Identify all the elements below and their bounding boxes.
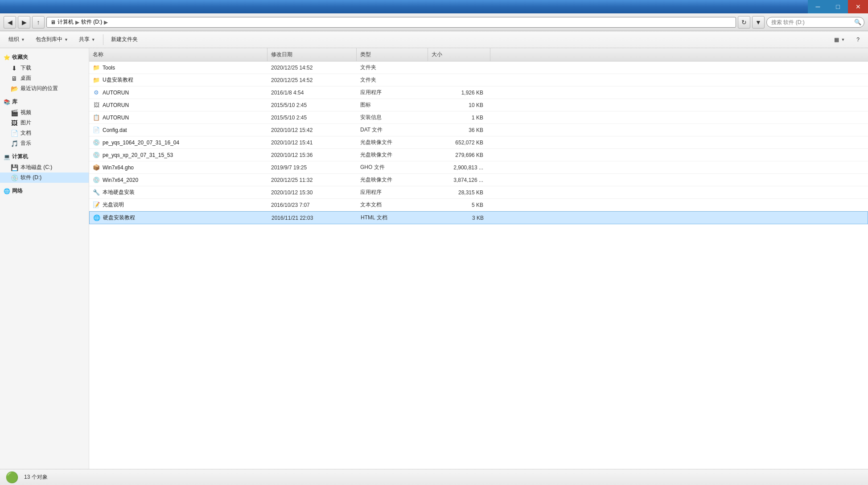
sidebar-item-recent[interactable]: 📂 最近访问的位置: [0, 83, 89, 94]
file-date: 2020/12/25 14:52: [267, 62, 357, 73]
search-wrapper: 🔍: [766, 17, 864, 28]
file-date: 2020/10/12 15:41: [267, 137, 357, 148]
table-row[interactable]: 📁 Tools 2020/12/25 14:52 文件夹: [89, 62, 868, 74]
file-name: 🔧 本地硬盘安装: [89, 186, 267, 198]
up-button[interactable]: ↑: [32, 16, 45, 29]
help-button[interactable]: ?: [852, 33, 864, 46]
sidebar-item-documents[interactable]: 📄 文档: [0, 128, 89, 138]
sidebar-favorites-header[interactable]: ⭐ 收藏夹: [0, 52, 89, 63]
file-type: HTML 文档: [357, 212, 428, 224]
col-header-type[interactable]: 类型: [357, 48, 428, 61]
computer-icon: 💻: [4, 154, 10, 160]
file-list-container: 名称 修改日期 类型 大小 📁 Tools 2020/12/25 14:52 文…: [89, 48, 868, 469]
file-type: 图标: [357, 99, 428, 111]
sidebar-item-video[interactable]: 🎬 视频: [0, 107, 89, 118]
share-arrow: ▼: [91, 37, 95, 42]
maximize-button[interactable]: □: [828, 0, 848, 13]
file-type: 文件夹: [357, 74, 428, 86]
file-type: 光盘映像文件: [357, 174, 428, 186]
breadcrumb-bar[interactable]: 🖥 计算机 ▶ 软件 (D:) ▶: [46, 17, 736, 28]
file-name: 💿 pe_yqs_1064_20_07_31_16_04: [89, 137, 267, 148]
file-date: 2020/10/12 15:30: [267, 187, 357, 198]
refresh-button[interactable]: ↻: [738, 16, 750, 29]
file-size: 28,315 KB: [428, 187, 490, 198]
table-row[interactable]: 📝 光盘说明 2016/10/23 7:07 文本文档 5 KB: [89, 199, 868, 211]
file-icon: 📁: [93, 77, 100, 84]
title-bar: ─ □ ✕: [0, 0, 868, 13]
search-input[interactable]: [766, 17, 864, 28]
file-date: 2015/5/10 2:45: [267, 112, 357, 123]
back-button[interactable]: ◀: [4, 16, 16, 29]
view-icon: ▦: [834, 37, 839, 43]
sidebar-item-pictures[interactable]: 🖼 图片: [0, 118, 89, 128]
file-name: 📦 Win7x64.gho: [89, 162, 267, 173]
breadcrumb-computer[interactable]: 计算机: [58, 18, 74, 26]
pictures-label: 图片: [21, 119, 31, 127]
sidebar-item-music[interactable]: 🎵 音乐: [0, 138, 89, 148]
col-header-size[interactable]: 大小: [428, 48, 490, 61]
col-header-name[interactable]: 名称: [89, 48, 267, 61]
file-list-header: 名称 修改日期 类型 大小: [89, 48, 868, 62]
include-button[interactable]: 包含到库中 ▼: [31, 33, 73, 46]
new-folder-button[interactable]: 新建文件夹: [106, 33, 143, 46]
view-button[interactable]: ▦ ▼: [829, 33, 850, 46]
pictures-icon: 🖼: [11, 119, 18, 127]
table-row[interactable]: 📦 Win7x64.gho 2019/9/7 19:25 GHO 文件 2,90…: [89, 161, 868, 174]
table-row[interactable]: 🌐 硬盘安装教程 2016/11/21 22:03 HTML 文档 3 KB: [89, 211, 868, 224]
drive-d-label: 软件 (D:): [21, 174, 41, 181]
sidebar-network-section: 🌐 网络: [0, 185, 89, 197]
table-row[interactable]: 💿 pe_yqs_1064_20_07_31_16_04 2020/10/12 …: [89, 136, 868, 149]
minimize-button[interactable]: ─: [808, 0, 828, 13]
close-button[interactable]: ✕: [848, 0, 868, 13]
toolbar-divider: [103, 34, 103, 45]
file-date: 2020/10/12 15:42: [267, 125, 357, 136]
music-icon: 🎵: [11, 140, 18, 147]
sidebar-item-desktop[interactable]: 🖥 桌面: [0, 73, 89, 83]
breadcrumb-drive[interactable]: 软件 (D:): [81, 18, 102, 26]
file-type: DAT 文件: [357, 124, 428, 136]
table-row[interactable]: ⚙ AUTORUN 2016/1/8 4:54 应用程序 1,926 KB: [89, 86, 868, 99]
desktop-label: 桌面: [21, 74, 31, 82]
dropdown-button[interactable]: ▼: [752, 16, 765, 29]
organize-button[interactable]: 组织 ▼: [4, 33, 30, 46]
search-button[interactable]: 🔍: [854, 18, 862, 26]
file-name: 💿 pe_yqs_xp_20_07_31_15_53: [89, 149, 267, 161]
file-type: 光盘映像文件: [357, 149, 428, 161]
share-button[interactable]: 共享 ▼: [74, 33, 100, 46]
col-header-date[interactable]: 修改日期: [267, 48, 357, 61]
table-row[interactable]: 🔧 本地硬盘安装 2020/10/12 15:30 应用程序 28,315 KB: [89, 186, 868, 199]
organize-label: 组织: [8, 36, 19, 43]
table-row[interactable]: 📄 Config.dat 2020/10/12 15:42 DAT 文件 36 …: [89, 124, 868, 136]
table-row[interactable]: 💿 Win7x64_2020 2020/12/25 11:32 光盘映像文件 3…: [89, 174, 868, 186]
breadcrumb-computer-icon: 🖥: [50, 19, 56, 25]
star-icon: ⭐: [4, 54, 10, 61]
file-name: 🌐 硬盘安装教程: [90, 212, 268, 224]
status-text: 13 个对象: [24, 473, 48, 481]
table-row[interactable]: 📋 AUTORUN 2015/5/10 2:45 安装信息 1 KB: [89, 111, 868, 124]
documents-icon: 📄: [11, 130, 18, 137]
sidebar-item-local-c[interactable]: 💾 本地磁盘 (C:): [0, 162, 89, 173]
view-arrow: ▼: [841, 37, 845, 42]
music-label: 音乐: [21, 140, 31, 147]
forward-button[interactable]: ▶: [18, 16, 30, 29]
network-label: 网络: [12, 187, 23, 195]
sidebar-item-downloads[interactable]: ⬇ 下载: [0, 63, 89, 73]
favorites-label: 收藏夹: [12, 53, 28, 61]
file-date: 2016/10/23 7:07: [267, 200, 357, 210]
file-icon: 💿: [93, 139, 100, 146]
sidebar-network-header[interactable]: 🌐 网络: [0, 185, 89, 197]
table-row[interactable]: 🖼 AUTORUN 2015/5/10 2:45 图标 10 KB: [89, 99, 868, 111]
table-row[interactable]: 📁 U盘安装教程 2020/12/25 14:52 文件夹: [89, 74, 868, 86]
file-icon: 📄: [93, 127, 100, 134]
toolbar: 组织 ▼ 包含到库中 ▼ 共享 ▼ 新建文件夹 ▦ ▼ ?: [0, 31, 868, 48]
file-type: GHO 文件: [357, 161, 428, 173]
file-icon: 📦: [93, 164, 100, 171]
file-icon: 📝: [93, 201, 100, 209]
local-c-label: 本地磁盘 (C:): [21, 164, 52, 171]
breadcrumb-sep-2: ▶: [104, 19, 108, 25]
sidebar-library-header[interactable]: 📚 库: [0, 96, 89, 107]
sidebar-item-drive-d[interactable]: 💿 软件 (D:): [0, 173, 89, 183]
sidebar-computer-header[interactable]: 💻 计算机: [0, 151, 89, 162]
window-controls: ─ □ ✕: [808, 0, 868, 13]
table-row[interactable]: 💿 pe_yqs_xp_20_07_31_15_53 2020/10/12 15…: [89, 149, 868, 161]
